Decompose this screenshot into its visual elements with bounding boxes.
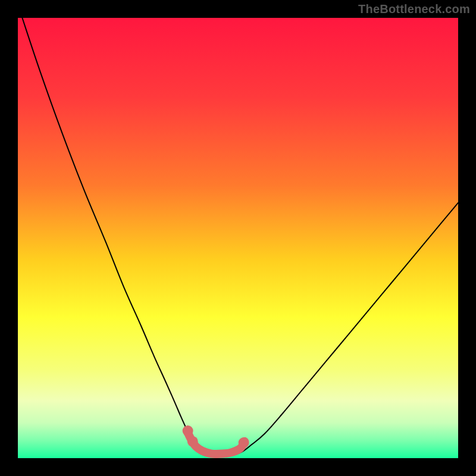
bottleneck-chart: [0, 0, 476, 476]
flat-dot: [183, 425, 193, 436]
gradient-background: [18, 18, 458, 458]
watermark-text: TheBottleneck.com: [358, 2, 470, 16]
flat-dot: [239, 437, 249, 448]
flat-dot: [187, 436, 198, 447]
chart-stage: TheBottleneck.com: [0, 0, 476, 476]
